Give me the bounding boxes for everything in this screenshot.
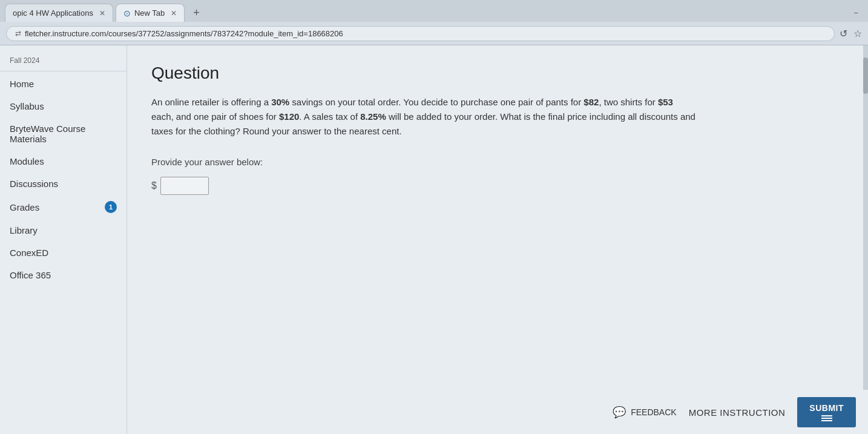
reload-icon[interactable]: ↺ (840, 28, 847, 39)
sidebar-item-modules[interactable]: Modules (0, 150, 127, 173)
tab-newtab-close-button[interactable]: ✕ (171, 9, 177, 18)
window-controls: − (853, 8, 863, 18)
submit-line-3 (821, 420, 832, 421)
answer-input[interactable] (160, 177, 209, 195)
vivaldi-icon: ⊙ (123, 8, 131, 18)
sidebar-item-conexed-label: ConexED (10, 248, 48, 258)
tab-newtab[interactable]: ⊙ New Tab ✕ (116, 4, 185, 22)
browser-chrome: opic 4 HW Applications ✕ ⊙ New Tab ✕ + −… (0, 0, 868, 45)
more-instruction-button[interactable]: MORE INSTRUCTION (689, 407, 786, 418)
feedback-label: FEEDBACK (631, 407, 676, 417)
submit-line-2 (821, 418, 832, 419)
url-text: fletcher.instructure.com/courses/377252/… (25, 29, 343, 38)
answer-input-row: $ (151, 177, 844, 195)
sidebar-item-modules-label: Modules (10, 156, 44, 166)
address-bar-row: ⇄ fletcher.instructure.com/courses/37725… (0, 22, 868, 45)
feedback-icon: 💬 (613, 406, 626, 419)
content-area: Question An online retailer is offering … (127, 45, 868, 434)
minimize-button[interactable]: − (853, 8, 858, 18)
tab-newtab-label: New Tab (134, 8, 165, 18)
sidebar-divider-top (0, 71, 127, 71)
sidebar-item-home-label: Home (10, 79, 34, 89)
sidebar-item-library[interactable]: Library (0, 219, 127, 242)
new-tab-button[interactable]: + (187, 4, 206, 22)
address-bar[interactable]: ⇄ fletcher.instructure.com/courses/37725… (6, 26, 835, 41)
sidebar-item-syllabus-label: Syllabus (10, 101, 44, 111)
title-bar: opic 4 HW Applications ✕ ⊙ New Tab ✕ + − (0, 0, 868, 22)
star-icon[interactable]: ☆ (853, 28, 862, 39)
site-info-icon: ⇄ (15, 29, 21, 38)
provide-answer-label: Provide your answer below: (151, 157, 844, 167)
sidebar-item-home[interactable]: Home (0, 73, 127, 95)
sidebar-item-conexed[interactable]: ConexED (0, 242, 127, 264)
sidebar-item-brytewave[interactable]: BryteWave Course Materials (0, 117, 127, 150)
question-title: Question (151, 64, 844, 83)
sidebar-item-discussions-label: Discussions (10, 179, 58, 189)
sidebar-item-office365[interactable]: Office 365 (0, 264, 127, 286)
scrollbar[interactable] (863, 45, 868, 434)
tab-label: opic 4 HW Applications (13, 8, 93, 18)
scrollbar-thumb[interactable] (863, 58, 868, 94)
question-body: An online retailer is offering a 30% sav… (151, 95, 696, 139)
tab-close-button[interactable]: ✕ (99, 9, 105, 18)
tab-active[interactable]: opic 4 HW Applications ✕ (5, 4, 113, 22)
submit-button[interactable]: SUBMIT (797, 397, 856, 427)
grades-badge: 1 (105, 201, 117, 213)
submit-line-1 (821, 415, 832, 416)
sidebar-item-library-label: Library (10, 225, 38, 235)
sidebar-item-grades[interactable]: Grades 1 (0, 195, 127, 219)
bottom-bar: 💬 FEEDBACK MORE INSTRUCTION SUBMIT (127, 390, 868, 434)
main-layout: Fall 2024 Home Syllabus BryteWave Course… (0, 45, 868, 434)
submit-icon (821, 415, 832, 421)
dollar-sign: $ (151, 180, 157, 191)
sidebar-item-brytewave-label: BryteWave Course Materials (10, 123, 117, 144)
toolbar-icons: ↺ ☆ (840, 28, 862, 39)
submit-label: SUBMIT (809, 403, 844, 413)
sidebar-item-grades-label: Grades (10, 202, 39, 212)
sidebar-item-discussions[interactable]: Discussions (0, 173, 127, 195)
sidebar-semester: Fall 2024 (0, 51, 127, 70)
sidebar-item-office365-label: Office 365 (10, 270, 51, 280)
feedback-button[interactable]: 💬 FEEDBACK (613, 406, 676, 419)
sidebar-item-syllabus[interactable]: Syllabus (0, 95, 127, 117)
sidebar: Fall 2024 Home Syllabus BryteWave Course… (0, 45, 127, 434)
